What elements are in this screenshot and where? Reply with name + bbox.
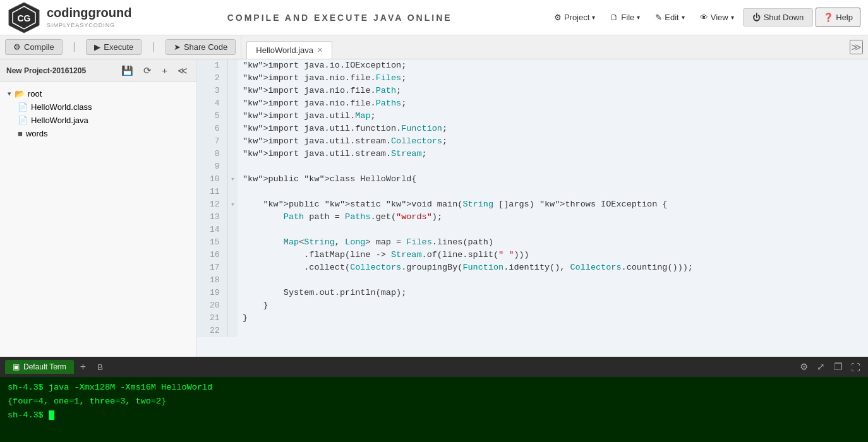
terminal-settings-button[interactable]: ⚙ — [797, 360, 811, 374]
fold-icon — [227, 59, 238, 72]
collapse-tree-icon: ▾ — [8, 90, 11, 98]
code-line: .collect(Collectors.groupingBy(Function.… — [238, 261, 868, 274]
code-line — [238, 274, 868, 287]
line-number: 5 — [197, 110, 227, 122]
sidebar: New Project-20161205 💾 ⟳ + ≪ ▾ 📂 root 📄 … — [0, 59, 197, 357]
divider1: | — [71, 42, 78, 53]
share-code-button[interactable]: ➤ Share Code — [166, 39, 236, 55]
folder-open-icon: 📂 — [15, 89, 25, 99]
add-file-button[interactable]: + — [159, 64, 170, 77]
fold-icon — [227, 148, 238, 160]
tree-root[interactable]: ▾ 📂 root — [0, 87, 196, 100]
tree-item-class[interactable]: 📄 HelloWorld.class — [0, 100, 196, 114]
help-button[interactable]: ❓ Help — [816, 8, 860, 27]
terminal-section: ▣ Default Term + B ⚙ ⤢ ❐ ⛶ sh-4.3$ java … — [0, 357, 868, 442]
terminal-body[interactable]: sh-4.3$ java -Xmx128M -Xms16M HelloWorld… — [0, 377, 868, 442]
refresh-button[interactable]: ⟳ — [141, 64, 154, 78]
line-number: 8 — [197, 148, 227, 160]
help-icon: ❓ — [823, 13, 833, 22]
save-button[interactable]: 💾 — [119, 64, 136, 78]
top-navbar: CG codingground SIMPLYEASYCODING COMPILE… — [0, 0, 868, 35]
edit-menu[interactable]: ✎ Edit ▾ — [649, 9, 690, 26]
code-line: "kw">import java.nio.file.Paths; — [238, 97, 868, 110]
brand-logo: CG — [8, 1, 40, 34]
svg-text:CG: CG — [18, 13, 31, 23]
code-line: } — [238, 299, 868, 312]
code-line — [238, 325, 868, 337]
terminal-b-button[interactable]: B — [92, 361, 108, 373]
line-number: 16 — [197, 249, 227, 261]
code-line: "kw">import java.io.IOException; — [238, 59, 868, 72]
code-line: System.out.println(map); — [238, 287, 868, 299]
fold-icon — [227, 325, 238, 337]
line-number: 17 — [197, 261, 227, 274]
code-line: Map<String, Long> map = Files.lines(path… — [238, 236, 868, 249]
collapse-sidebar-button[interactable]: ≪ — [175, 64, 190, 78]
project-menu[interactable]: ⚙ Project ▾ — [548, 9, 601, 26]
line-number: 13 — [197, 211, 227, 224]
fold-icon — [227, 110, 238, 122]
line-number: 11 — [197, 186, 227, 198]
shutdown-button[interactable]: ⏻ Shut Down — [743, 8, 814, 27]
line-number: 1 — [197, 59, 227, 72]
code-line: } — [238, 312, 868, 325]
collapse-panel-button[interactable]: ≫ — [850, 40, 863, 54]
fold-icon — [227, 72, 238, 85]
toolbar-row: ⚙ Compile | ▶ Execute | ➤ Share Code Hel… — [0, 35, 868, 59]
tab-close-button[interactable]: ✕ — [317, 46, 323, 54]
fold-icon — [227, 287, 238, 299]
code-line: "kw">import java.nio.file.Files; — [238, 72, 868, 85]
terminal-line-2: {four=4, one=1, three=3, two=2} — [8, 395, 860, 409]
default-term-tab[interactable]: ▣ Default Term — [5, 360, 74, 374]
terminal-line-3: sh-4.3$ — [8, 409, 860, 422]
gear-icon: ⚙ — [554, 13, 562, 22]
fold-icon — [227, 249, 238, 261]
terminal-fullscreen-button[interactable]: ⛶ — [848, 360, 863, 374]
terminal-restore-button[interactable]: ❐ — [831, 360, 845, 374]
line-number: 12 — [197, 198, 227, 211]
code-container[interactable]: 1"kw">import java.io.IOException;2"kw">i… — [197, 59, 868, 357]
java-file-icon: 📄 — [18, 116, 28, 125]
line-number: 18 — [197, 274, 227, 287]
site-title: COMPILE AND EXECUTE JAVA ONLINE — [227, 13, 452, 23]
code-line: "kw">import java.util.function.Function; — [238, 122, 868, 135]
brand-name: codingground — [47, 6, 131, 20]
code-table: 1"kw">import java.io.IOException;2"kw">i… — [197, 59, 868, 337]
line-number: 10 — [197, 173, 227, 186]
words-file-icon: ■ — [18, 129, 23, 138]
tree-item-java[interactable]: 📄 HelloWorld.java — [0, 114, 196, 127]
view-menu[interactable]: 👁 View ▾ — [694, 9, 740, 26]
code-line: "kw">public "kw">static "kw">void main(S… — [238, 198, 868, 211]
file-tab[interactable]: HelloWorld.java ✕ — [246, 41, 332, 59]
compile-button[interactable]: ⚙ Compile — [5, 39, 63, 55]
code-line — [238, 186, 868, 198]
line-number: 19 — [197, 287, 227, 299]
line-number: 22 — [197, 325, 227, 337]
chevron-down-icon4: ▾ — [731, 14, 734, 21]
class-file-icon: 📄 — [18, 102, 28, 112]
code-line: "kw">import java.util.Map; — [238, 110, 868, 122]
editor-area: 1"kw">import java.io.IOException;2"kw">i… — [197, 59, 868, 357]
line-number: 2 — [197, 72, 227, 85]
fold-icon — [227, 299, 238, 312]
chevron-down-icon3: ▾ — [682, 14, 685, 21]
execute-icon: ▶ — [94, 42, 100, 52]
fold-icon[interactable]: ▾ — [227, 173, 238, 186]
file-menu[interactable]: 🗋 File ▾ — [604, 9, 646, 26]
code-line — [238, 224, 868, 236]
execute-button[interactable]: ▶ Execute — [86, 39, 142, 55]
fold-icon — [227, 160, 238, 173]
line-number: 14 — [197, 224, 227, 236]
tab-bar: HelloWorld.java ✕ — [241, 35, 845, 59]
add-terminal-button[interactable]: + — [76, 360, 90, 374]
code-line: "kw">public "kw">class HelloWorld{ — [238, 173, 868, 186]
code-line: "kw">import java.util.stream.Collectors; — [238, 135, 868, 148]
fold-icon[interactable]: ▾ — [227, 198, 238, 211]
file-tree: ▾ 📂 root 📄 HelloWorld.class 📄 HelloWorld… — [0, 82, 196, 145]
tree-item-words[interactable]: ■ words — [0, 127, 196, 140]
fold-icon — [227, 261, 238, 274]
line-number: 20 — [197, 299, 227, 312]
code-line: Path path = Paths.get("words"); — [238, 211, 868, 224]
fold-icon — [227, 274, 238, 287]
terminal-expand-button[interactable]: ⤢ — [814, 360, 828, 374]
